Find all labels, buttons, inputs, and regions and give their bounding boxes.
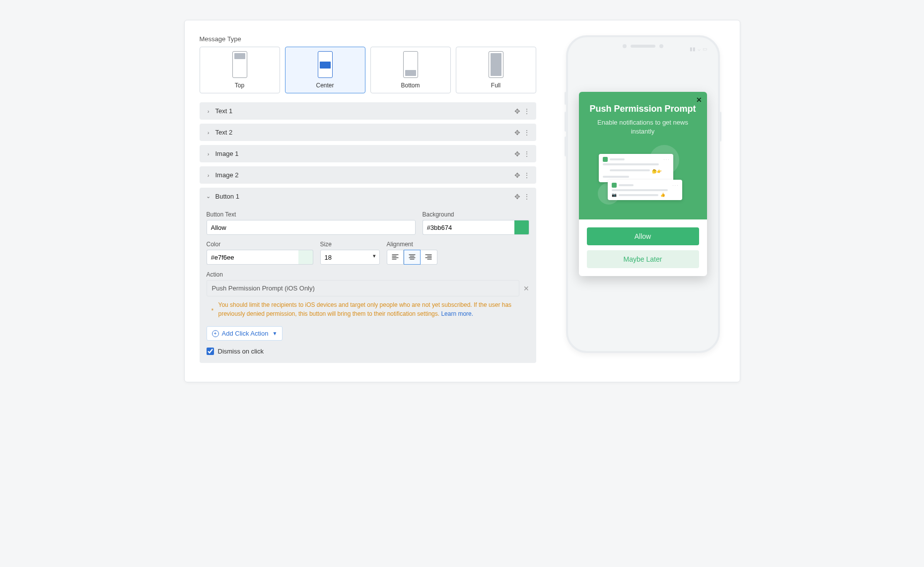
notif-card-illustration: · · · 🤔👉 bbox=[599, 154, 673, 182]
close-icon[interactable]: ✕ bbox=[696, 96, 702, 104]
accordion-text1-header[interactable]: › Text 1 ✥ ⋮ bbox=[200, 102, 536, 120]
background-swatch[interactable] bbox=[514, 220, 529, 235]
chevron-right-icon: › bbox=[206, 130, 212, 136]
size-select[interactable]: 18 bbox=[320, 250, 380, 265]
drag-icon[interactable]: ✥ bbox=[514, 129, 520, 136]
accordion-text2-title: Text 2 bbox=[215, 129, 514, 136]
color-swatch[interactable] bbox=[298, 250, 313, 265]
add-click-action-label: Add Click Action bbox=[222, 330, 269, 337]
accordion-image1-title: Image 1 bbox=[215, 150, 514, 157]
more-icon[interactable]: ⋮ bbox=[523, 129, 530, 136]
color-label: Color bbox=[207, 241, 313, 248]
accordion-image2-title: Image 2 bbox=[215, 171, 514, 179]
battery-icon: ▭ bbox=[703, 46, 707, 52]
dismiss-checkbox[interactable] bbox=[207, 348, 214, 355]
align-center-icon bbox=[409, 254, 416, 261]
phone-frame: ▮▮ ⌵ ▭ ✕ Push Permission Prompt Enable n… bbox=[566, 35, 720, 353]
preview-buttons: Allow Maybe Later bbox=[579, 219, 707, 276]
align-left-icon bbox=[392, 254, 399, 261]
align-center-button[interactable] bbox=[404, 250, 421, 265]
action-label: Action bbox=[207, 271, 223, 278]
background-label: Background bbox=[423, 211, 529, 218]
preview-card: ✕ Push Permission Prompt Enable notifica… bbox=[579, 92, 707, 276]
message-type-label: Message Type bbox=[200, 35, 536, 43]
dismiss-label: Dismiss on click bbox=[218, 348, 264, 355]
add-click-action-button[interactable]: + Add Click Action ▼ bbox=[207, 326, 283, 341]
chevron-right-icon: › bbox=[206, 151, 212, 157]
phone-side-button bbox=[565, 92, 567, 105]
background-input[interactable] bbox=[423, 220, 514, 235]
preview-panel: ▮▮ ⌵ ▭ ✕ Push Permission Prompt Enable n… bbox=[561, 35, 725, 367]
preview-illustration: · · · 🤔👉 · · · 📷👍 bbox=[588, 145, 698, 210]
align-left-button[interactable] bbox=[387, 250, 404, 265]
drag-icon[interactable]: ✥ bbox=[514, 150, 520, 157]
plus-circle-icon: + bbox=[212, 330, 219, 337]
more-icon[interactable]: ⋮ bbox=[523, 150, 530, 157]
type-top[interactable]: Top bbox=[200, 47, 280, 93]
preview-later-button[interactable]: Maybe Later bbox=[587, 250, 699, 268]
accordion-text1: › Text 1 ✥ ⋮ bbox=[200, 102, 536, 120]
preview-subtitle: Enable notifications to get news instant… bbox=[588, 118, 698, 136]
notif-card-illustration: · · · 📷👍 bbox=[608, 180, 682, 200]
phone-status-icons: ▮▮ ⌵ ▭ bbox=[690, 46, 707, 52]
config-panel: Message Type Top Center Bottom Full › bbox=[200, 35, 536, 367]
accordion-image1: › Image 1 ✥ ⋮ bbox=[200, 145, 536, 162]
signal-icon: ▮▮ bbox=[690, 46, 696, 52]
close-icon[interactable]: ✕ bbox=[523, 284, 529, 292]
alignment-label: Alignment bbox=[387, 241, 529, 248]
type-bottom-label: Bottom bbox=[401, 82, 420, 89]
preview-title: Push Permission Prompt bbox=[588, 104, 698, 114]
more-icon[interactable]: ⋮ bbox=[523, 172, 530, 179]
drag-icon[interactable]: ✥ bbox=[514, 108, 520, 115]
drag-icon[interactable]: ✥ bbox=[514, 193, 520, 200]
type-bottom-illustration bbox=[403, 51, 418, 78]
action-warning: You should limit the recipients to iOS d… bbox=[207, 296, 529, 320]
phone-side-button bbox=[565, 112, 567, 132]
type-full-label: Full bbox=[491, 82, 500, 89]
accordion-image2-header[interactable]: › Image 2 ✥ ⋮ bbox=[200, 166, 536, 184]
type-bottom[interactable]: Bottom bbox=[370, 47, 451, 93]
accordion-button1-title: Button 1 bbox=[215, 193, 514, 200]
phone-side-button bbox=[565, 137, 567, 156]
accordion-image1-header[interactable]: › Image 1 ✥ ⋮ bbox=[200, 145, 536, 162]
accordion-button1-header[interactable]: ⌄ Button 1 ✥ ⋮ bbox=[200, 188, 536, 205]
more-icon[interactable]: ⋮ bbox=[523, 193, 530, 200]
learn-more-link[interactable]: Learn more. bbox=[441, 310, 473, 317]
drag-icon[interactable]: ✥ bbox=[514, 172, 520, 179]
button-text-input[interactable] bbox=[207, 220, 416, 235]
chevron-right-icon: › bbox=[206, 108, 212, 114]
caret-down-icon: ▼ bbox=[272, 331, 277, 336]
accordion-button1: ⌄ Button 1 ✥ ⋮ Button Text Background bbox=[200, 188, 536, 363]
accordion-text2-header[interactable]: › Text 2 ✥ ⋮ bbox=[200, 124, 536, 141]
wifi-icon: ⌵ bbox=[698, 46, 701, 52]
message-type-selector: Top Center Bottom Full bbox=[200, 47, 536, 93]
align-right-button[interactable] bbox=[421, 250, 437, 265]
accordion-image2: › Image 2 ✥ ⋮ bbox=[200, 166, 536, 184]
type-full-illustration bbox=[489, 51, 503, 78]
type-center[interactable]: Center bbox=[285, 47, 365, 93]
editor-wrapper: Message Type Top Center Bottom Full › bbox=[184, 20, 740, 382]
phone-side-button bbox=[719, 112, 721, 142]
type-full[interactable]: Full bbox=[456, 47, 536, 93]
accordion-text2: › Text 2 ✥ ⋮ bbox=[200, 124, 536, 141]
button-text-label: Button Text bbox=[207, 211, 416, 218]
type-center-label: Center bbox=[316, 82, 334, 89]
preview-allow-button[interactable]: Allow bbox=[587, 227, 699, 245]
preview-header-area: ✕ Push Permission Prompt Enable notifica… bbox=[579, 92, 707, 219]
chevron-down-icon: ⌄ bbox=[206, 193, 212, 200]
chevron-right-icon: › bbox=[206, 172, 212, 178]
align-right-icon bbox=[425, 254, 432, 261]
action-value[interactable]: Push Permission Prompt (iOS Only) bbox=[207, 280, 519, 296]
more-icon[interactable]: ⋮ bbox=[523, 108, 530, 115]
accordion-button1-body: Button Text Background Color bbox=[200, 205, 536, 363]
accordion-text1-title: Text 1 bbox=[215, 107, 514, 115]
color-input[interactable] bbox=[207, 250, 298, 265]
size-label: Size bbox=[320, 241, 380, 248]
type-top-illustration bbox=[232, 51, 247, 78]
type-top-label: Top bbox=[235, 82, 244, 89]
type-center-illustration bbox=[318, 51, 333, 78]
